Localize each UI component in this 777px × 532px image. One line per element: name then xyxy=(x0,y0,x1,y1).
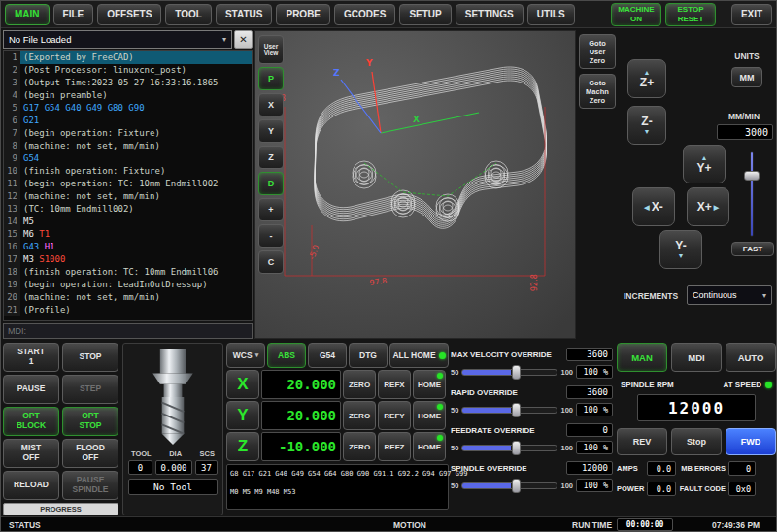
gcode-line[interactable]: 20 (machine: not set, mm/min) xyxy=(4,291,252,304)
slider-track[interactable] xyxy=(750,151,754,237)
view-button[interactable]: Y xyxy=(258,119,284,143)
view-button[interactable]: Z xyxy=(258,146,284,169)
gcode-listing[interactable]: 1 (Exported by FreeCAD) 2 (Post Processo… xyxy=(3,50,253,321)
toolpath-viewport[interactable]: X Y Z 8.8 38.8 -5.0 97.8 92.8 xyxy=(255,31,575,338)
override-slider[interactable] xyxy=(461,445,557,451)
axis-letter-button[interactable]: Z xyxy=(226,432,259,461)
view-button[interactable]: C xyxy=(258,250,284,274)
slider-thumb[interactable] xyxy=(744,171,760,181)
gcode-line[interactable]: 1 (Exported by FreeCAD) xyxy=(4,51,252,64)
pause-button[interactable]: PAUSE xyxy=(3,375,59,404)
axis-ref-button[interactable]: REFY xyxy=(378,401,411,430)
axis-home-button[interactable]: HOME xyxy=(413,370,446,399)
override-slider[interactable] xyxy=(461,407,557,414)
axis-letter-button[interactable]: Y xyxy=(226,401,259,430)
all-home-button[interactable]: ALL HOME xyxy=(389,343,449,368)
machine-on-button[interactable]: MACHINE ON xyxy=(611,3,661,26)
increments-dropdown[interactable]: Continuous ▾ xyxy=(687,285,772,305)
axis-ref-button[interactable]: REFX xyxy=(378,370,411,399)
gcode-line[interactable]: 11 (begin operation: TC: 10mm Endmill002 xyxy=(4,178,252,190)
auto-mode-button[interactable]: AUTO xyxy=(726,343,776,372)
menu-item[interactable]: GCODES xyxy=(334,4,395,25)
view-button[interactable]: P xyxy=(258,67,284,90)
gcode-line[interactable]: 12 (machine: not set, mm/min) xyxy=(4,190,252,203)
optional-stop-button[interactable]: OPT STOP xyxy=(62,407,118,436)
mist-button[interactable]: MIST OFF xyxy=(3,439,59,468)
jog-x-minus-button[interactable]: ◀ X- xyxy=(632,187,675,226)
menu-item[interactable]: UTILS xyxy=(527,4,575,25)
spindle-stop-button[interactable]: Stop xyxy=(671,428,722,455)
gcode-line[interactable]: 8 (machine: not set, mm/min) xyxy=(4,140,252,152)
view-button[interactable]: User View xyxy=(258,35,284,64)
gcode-line[interactable]: 5 G17 G54 G40 G49 G80 G90 xyxy=(4,102,252,115)
menu-item[interactable]: TOOL xyxy=(165,4,212,25)
view-button[interactable]: D xyxy=(258,172,284,195)
override-slider-thumb[interactable] xyxy=(512,479,521,493)
menu-item[interactable]: STATUS xyxy=(216,4,273,25)
reload-button[interactable]: RELOAD xyxy=(3,471,59,500)
flood-button[interactable]: FLOOD OFF xyxy=(62,439,118,468)
override-slider[interactable] xyxy=(461,482,557,489)
mdi-input[interactable] xyxy=(3,323,253,339)
gcode-line[interactable]: 4 (begin preamble) xyxy=(4,89,252,102)
gcode-line[interactable]: 6 G21 xyxy=(4,115,252,127)
exit-button[interactable]: EXIT xyxy=(731,4,772,25)
override-slider-thumb[interactable] xyxy=(512,403,521,417)
menu-item[interactable]: SETUP xyxy=(399,4,451,25)
axis-zero-button[interactable]: ZERO xyxy=(343,432,376,461)
gcode-line[interactable]: 17 M3 S1000 xyxy=(4,253,252,266)
gcode-line[interactable]: 9 G54 xyxy=(4,152,252,165)
menu-item[interactable]: PROBE xyxy=(276,4,330,25)
wcs-dropdown-button[interactable]: WCS ▾ xyxy=(226,343,265,368)
goto-user-zero-button[interactable]: Goto User Zero xyxy=(579,34,616,69)
gcode-line[interactable]: 16 G43 H1 xyxy=(4,241,252,253)
cycle-start-button[interactable]: START 1 xyxy=(3,343,59,372)
pause-spindle-button[interactable]: PAUSE SPINDLE xyxy=(62,471,118,500)
step-button[interactable]: STEP xyxy=(62,375,118,404)
axis-zero-button[interactable]: ZERO xyxy=(343,401,376,430)
gcode-line[interactable]: 19 (begin operation: LeadInOutDressup) xyxy=(4,279,252,291)
axis-home-button[interactable]: HOME xyxy=(413,401,446,430)
gcode-line[interactable]: 2 (Post Processor: linuxcnc_post) xyxy=(4,64,252,77)
jog-z-minus-button[interactable]: Z- ▼ xyxy=(627,106,666,145)
file-select-dropdown[interactable]: No File Loaded ▾ xyxy=(3,30,232,49)
menu-item[interactable]: FILE xyxy=(53,4,94,25)
optional-block-button[interactable]: OPT BLOCK xyxy=(3,407,59,436)
override-slider[interactable] xyxy=(461,369,557,376)
override-slider-thumb[interactable] xyxy=(512,365,521,380)
gcode-line[interactable]: 3 (Output Time:2023-05-27 16:33:16.1865 xyxy=(4,77,252,89)
dtg-button[interactable]: DTG xyxy=(349,343,388,368)
spindle-forward-button[interactable]: FWD xyxy=(726,428,776,455)
jog-speed-slider[interactable] xyxy=(743,151,760,237)
gcode-line[interactable]: 7 (begin operation: Fixture) xyxy=(4,127,252,140)
gcode-line[interactable]: 13 (TC: 10mm Endmill002) xyxy=(4,203,252,216)
override-slider-thumb[interactable] xyxy=(512,441,521,455)
axis-ref-button[interactable]: REFZ xyxy=(378,432,411,461)
gcode-line[interactable]: 14 M5 xyxy=(4,216,252,228)
close-file-button[interactable]: ✕ xyxy=(234,30,253,49)
gcode-line[interactable]: 15 M6 T1 xyxy=(4,228,252,241)
gcode-line[interactable]: 18 (finish operation: TC: 10mm Endmill06 xyxy=(4,266,252,279)
menu-item[interactable]: SETTINGS xyxy=(456,4,524,25)
menu-item[interactable]: OFFSETS xyxy=(97,4,161,25)
jog-z-plus-button[interactable]: ▲ Z+ xyxy=(627,59,666,98)
axis-home-button[interactable]: HOME xyxy=(413,432,446,461)
menu-item[interactable]: MAIN xyxy=(5,4,50,25)
view-button[interactable]: + xyxy=(258,198,284,221)
jog-y-minus-button[interactable]: Y- ▼ xyxy=(659,230,702,269)
axis-letter-button[interactable]: X xyxy=(226,370,259,399)
axis-zero-button[interactable]: ZERO xyxy=(343,370,376,399)
manual-mode-button[interactable]: MAN xyxy=(617,343,667,372)
view-button[interactable]: - xyxy=(258,224,284,248)
cycle-stop-button[interactable]: STOP xyxy=(62,343,118,372)
estop-reset-button[interactable]: ESTOP RESET xyxy=(665,3,716,26)
view-button[interactable]: X xyxy=(258,93,284,116)
jog-x-plus-button[interactable]: X+ ▶ xyxy=(687,187,729,226)
fast-button[interactable]: FAST xyxy=(731,242,774,256)
goto-machine-zero-button[interactable]: Goto Machn Zero xyxy=(579,74,616,109)
abs-button[interactable]: ABS xyxy=(267,343,306,368)
g54-button[interactable]: G54 xyxy=(308,343,347,368)
units-mm-button[interactable]: MM xyxy=(731,67,762,87)
spindle-reverse-button[interactable]: REV xyxy=(617,428,667,455)
jog-y-plus-button[interactable]: ▲ Y+ xyxy=(683,145,726,183)
